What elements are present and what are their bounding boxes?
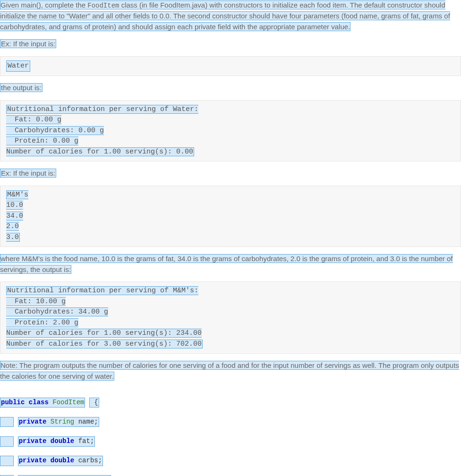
example1-input-text: Water: [6, 60, 30, 72]
example1-output-block: Nutritional information per serving of W…: [0, 100, 461, 162]
example2-input-text: M&M's 10.0 34.0 2.0 3.0: [6, 190, 28, 242]
java-line-2: private String name;: [0, 417, 461, 427]
java-line-4: private double carbs;: [0, 456, 461, 466]
note-paragraph: Note: The program outputs the number of …: [0, 360, 461, 382]
output-label-1: the output is:: [0, 83, 461, 94]
example2-input-block: M&M's 10.0 34.0 2.0 3.0: [0, 186, 461, 247]
intro-paragraph: Given main(), complete the FoodItem clas…: [0, 0, 461, 32]
example2-label: Ex: If the input is:: [0, 168, 461, 179]
java-line-3: private double fat;: [0, 436, 461, 447]
example2-output-text: Nutritional information per serving of M…: [6, 286, 203, 348]
example2-explanation: where M&M's is the food name, 10.0 is th…: [0, 254, 461, 275]
java-code-block: public class FoodItem { private String n…: [0, 388, 461, 476]
example1-output-text: Nutritional information per serving of W…: [6, 105, 198, 156]
example1-input-block: Water: [0, 56, 461, 76]
inline-code-fooditem: FoodItem: [87, 2, 119, 9]
example2-output-block: Nutritional information per serving of M…: [0, 281, 461, 354]
example1-label: Ex: If the input is:: [0, 39, 461, 50]
java-line-1: public class FoodItem {: [0, 398, 461, 408]
